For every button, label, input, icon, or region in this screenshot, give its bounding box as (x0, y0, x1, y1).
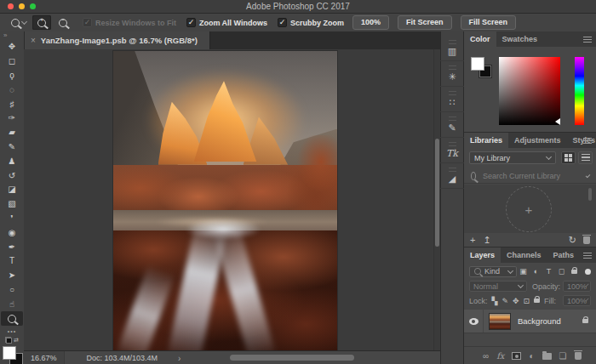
layer-filter-kind-select[interactable]: Kind (469, 266, 517, 277)
lock-all-icon[interactable] (534, 299, 540, 303)
horizontal-scrollbar-thumb[interactable] (230, 355, 354, 361)
zoom-percentage-field[interactable]: 100% (352, 15, 389, 30)
swap-colors-icon[interactable]: ⇄ (14, 337, 19, 344)
lasso-tool[interactable]: ϙ (1, 69, 23, 83)
grid-view-button[interactable] (561, 151, 576, 164)
library-scrollbar-thumb[interactable] (588, 188, 592, 201)
resize-windows-checkbox-group[interactable]: Resize Windows to Fit (83, 18, 176, 27)
foreground-color-well[interactable] (471, 57, 484, 71)
filter-adjustment-layers-icon[interactable]: ◐ (530, 267, 542, 276)
vertical-scrollbar-thumb[interactable] (435, 139, 439, 247)
filter-toggle-icon[interactable] (585, 269, 591, 275)
crop-tool[interactable]: ♯ (1, 97, 23, 111)
filter-shape-layers-icon[interactable]: ◻ (555, 267, 568, 276)
zoom-tool[interactable] (1, 311, 23, 326)
tab-libraries[interactable]: Libraries (464, 133, 508, 148)
tab-paths[interactable]: Paths (547, 247, 581, 263)
clone-stamp-tool[interactable]: ♟ (1, 154, 23, 168)
panel-menu-icon[interactable] (583, 253, 592, 259)
edit-toolbar-icon[interactable]: ••• (8, 328, 16, 334)
library-search-input[interactable] (481, 171, 584, 181)
layer-row-background[interactable]: Background (464, 309, 596, 333)
layer-thumbnail[interactable] (489, 313, 511, 330)
hand-tool[interactable]: ☝ (1, 298, 23, 312)
lock-pixels-icon[interactable]: ✎ (501, 297, 508, 305)
fill-screen-button[interactable]: Fill Screen (461, 15, 517, 30)
filter-smart-objects-icon[interactable] (568, 267, 581, 276)
document-tab[interactable]: × YanZhang-Image1.psb @ 16.7% (RGB/8*) (24, 31, 210, 49)
lock-artboard-icon[interactable]: ⊡ (524, 297, 530, 305)
histogram-panel-button[interactable]: ◢ (440, 163, 464, 189)
dodge-tool[interactable]: ◉ (1, 225, 23, 240)
blend-mode-select[interactable]: Normal (469, 281, 527, 292)
filter-type-layers-icon[interactable]: T (542, 267, 555, 276)
lock-transparency-icon[interactable]: ▚ (492, 297, 498, 305)
tk-panel-button[interactable]: Tk (440, 138, 464, 163)
saturation-brightness-field[interactable] (499, 57, 560, 125)
blur-tool[interactable]: ❜ (1, 212, 23, 226)
tab-channels[interactable]: Channels (501, 247, 547, 263)
new-adjustment-layer-icon[interactable]: ◐ (529, 352, 534, 361)
foreground-color-swatch[interactable] (3, 346, 16, 360)
resize-windows-checkbox[interactable] (83, 18, 92, 27)
add-layer-mask-icon[interactable] (512, 352, 521, 360)
marquee-tool[interactable]: ◻ (1, 54, 23, 69)
default-colors-icon[interactable] (5, 337, 12, 344)
delete-layer-icon[interactable] (575, 352, 582, 360)
move-tool[interactable]: ✥ (1, 40, 23, 54)
add-library-element-icon[interactable]: + (470, 236, 475, 245)
tab-swatches[interactable]: Swatches (496, 31, 544, 47)
pen-tool[interactable]: ✒ (1, 240, 23, 254)
close-document-icon[interactable]: × (31, 36, 36, 45)
scrubby-zoom-checkbox-group[interactable]: Scrubby Zoom (278, 18, 344, 27)
new-layer-icon[interactable]: ❏ (559, 352, 567, 361)
zoom-all-windows-checkbox-group[interactable]: Zoom All Windows (186, 18, 267, 27)
hue-slider[interactable] (575, 57, 584, 125)
history-brush-tool[interactable]: ↺ (1, 168, 23, 183)
list-view-button[interactable] (578, 151, 593, 164)
filter-pixel-layers-icon[interactable]: ▣ (517, 267, 530, 276)
gradient-tool[interactable]: ▧ (1, 197, 23, 212)
delete-library-item-icon[interactable] (583, 236, 590, 244)
panel-menu-icon[interactable] (583, 138, 592, 144)
canvas-area[interactable] (24, 49, 433, 350)
opacity-field[interactable]: 100% (563, 281, 591, 292)
canvas-image[interactable] (113, 51, 337, 350)
library-select[interactable]: My Library (469, 151, 556, 164)
toolbar-collapse-icon[interactable]: » (3, 31, 7, 40)
library-search[interactable] (464, 169, 596, 184)
scrubby-zoom-checkbox[interactable] (278, 18, 287, 27)
zoom-all-windows-checkbox[interactable] (186, 18, 196, 27)
shape-tool[interactable]: ○ (1, 283, 23, 298)
properties-panel-button[interactable]: ✳ (440, 61, 464, 87)
fill-field[interactable]: 100% (563, 295, 591, 306)
quick-selection-tool[interactable]: ◌ (1, 82, 23, 97)
brush-tool[interactable]: ✎ (1, 140, 23, 155)
zoom-in-button[interactable]: + (32, 15, 51, 30)
status-menu-chevron-icon[interactable]: › (178, 354, 181, 363)
status-zoom-field[interactable]: 16.67% (24, 351, 65, 364)
type-tool[interactable]: T (1, 254, 23, 269)
fit-screen-button[interactable]: Fit Screen (398, 15, 452, 30)
actions-panel-button[interactable]: ✎ (440, 112, 464, 138)
history-panel-button[interactable]: ▥ (440, 36, 464, 61)
eraser-tool[interactable]: ◪ (1, 183, 23, 197)
new-group-icon[interactable] (542, 353, 552, 360)
layer-style-icon[interactable]: fx (496, 352, 504, 361)
layer-visibility-toggle[interactable] (464, 310, 484, 333)
healing-brush-tool[interactable]: ▰ (1, 126, 23, 140)
panel-menu-icon[interactable] (583, 37, 592, 43)
zoom-out-button[interactable]: − (54, 15, 72, 30)
upload-library-icon[interactable]: ↥ (483, 236, 490, 245)
tab-layers[interactable]: Layers (464, 247, 501, 263)
info-panel-button[interactable]: ∷ (440, 87, 464, 112)
sync-library-icon[interactable]: ↻ (569, 236, 576, 245)
library-empty-dropzone[interactable]: + (506, 186, 552, 232)
eyedropper-tool[interactable]: ✑ (1, 111, 23, 126)
tab-adjustments[interactable]: Adjustments (508, 133, 567, 148)
zoom-tool-preset[interactable] (8, 16, 30, 30)
path-selection-tool[interactable]: ➤ (1, 269, 23, 283)
lock-position-icon[interactable]: ✥ (513, 297, 519, 305)
tab-color[interactable]: Color (464, 31, 496, 47)
link-layers-icon[interactable]: ∞ (483, 352, 489, 361)
